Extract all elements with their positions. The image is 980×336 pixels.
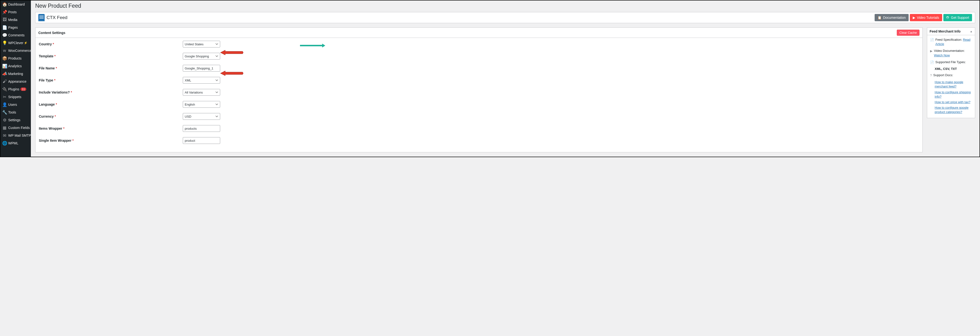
single-item-wrapper-label: Single Item Wrapper *	[39, 139, 183, 143]
include-variations-select[interactable]: All Variations	[183, 89, 220, 96]
doc-icon: 📄	[930, 38, 934, 42]
doc-icon: 📋	[878, 16, 881, 19]
sidebar-item-wpml[interactable]: 🌐WPML	[0, 139, 31, 147]
side-panel-title: Feed Merchant Info	[930, 29, 961, 33]
support-link[interactable]: How to configure shipping info?	[935, 90, 972, 99]
template-select[interactable]: Google Shopping	[183, 53, 220, 60]
sidebar-item-comments[interactable]: 💬Comments	[0, 31, 31, 39]
language-select[interactable]: English	[183, 101, 220, 108]
sidebar-item-media[interactable]: 🖼Media	[0, 16, 31, 24]
globe-icon: 🌐	[2, 141, 7, 145]
panel-title: Content Settings	[38, 31, 65, 35]
ctx-feed-logo-icon	[38, 14, 45, 21]
sidebar-label: Users	[8, 103, 17, 106]
plugins-update-badge: 11	[21, 87, 26, 91]
sidebar-item-posts[interactable]: 📌Posts	[0, 8, 31, 16]
woo-icon: w	[2, 48, 7, 53]
bulb-icon: 💡	[2, 41, 7, 45]
file-type-label: File Type *	[39, 78, 183, 82]
sidebar-label: Dashboard	[8, 2, 25, 6]
sidebar-item-wpclever[interactable]: 💡WPClever⚡	[0, 39, 31, 47]
sidebar-item-users[interactable]: 👤Users	[0, 101, 31, 108]
sidebar-label: Plugins	[8, 87, 19, 91]
media-icon: 🖼	[2, 17, 7, 22]
file-types-label: Supported File Types:	[935, 60, 966, 64]
items-wrapper-label: Items Wrapper *	[39, 127, 183, 130]
single-item-wrapper-input[interactable]	[183, 137, 220, 144]
sidebar-label: Appearance	[8, 79, 27, 83]
file-type-select[interactable]: XML	[183, 77, 220, 84]
btn-label: Documentation	[883, 16, 906, 19]
sidebar-item-dashboard[interactable]: 🏠Dashboard	[0, 0, 31, 8]
sidebar-item-marketing[interactable]: 📣Marketing	[0, 70, 31, 78]
content-settings-panel: Content Settings Clear Cache Country * U…	[35, 27, 923, 152]
file-name-input[interactable]	[183, 65, 220, 71]
support-link[interactable]: How to make google merchant feed?	[935, 80, 972, 89]
admin-sidebar: 🏠Dashboard 📌Posts 🖼Media 📄Pages 💬Comment…	[0, 0, 31, 157]
comment-icon: 💬	[2, 33, 7, 37]
sidebar-item-custom-fields[interactable]: ▦Custom Fields	[0, 124, 31, 132]
sidebar-label: Marketing	[8, 72, 23, 76]
sidebar-item-tools[interactable]: 🔧Tools	[0, 108, 31, 116]
feed-spec-label: Feed Specification:	[935, 38, 962, 41]
sidebar-label: Settings	[8, 118, 21, 122]
currency-label: Currency *	[39, 114, 183, 118]
get-support-button[interactable]: ⛑Get Support	[943, 14, 972, 21]
grid-icon: ▦	[2, 125, 7, 130]
country-label: Country *	[39, 42, 183, 46]
sidebar-label: WooCommerce	[8, 49, 32, 52]
app-top-bar: CTX Feed 📋Documentation ▶Video Tutorials…	[35, 12, 975, 23]
products-icon: 📦	[2, 56, 7, 60]
help-icon: ?	[930, 73, 932, 78]
sidebar-item-pages[interactable]: 📄Pages	[0, 24, 31, 31]
user-icon: 👤	[2, 103, 7, 107]
sidebar-item-appearance[interactable]: 🖌Appearance	[0, 78, 31, 85]
pin-icon: 📌	[2, 10, 7, 14]
scissors-icon: ✂	[2, 95, 7, 99]
sidebar-item-settings[interactable]: ⚙Settings	[0, 116, 31, 124]
btn-label: Get Support	[951, 16, 969, 19]
analytics-icon: 📊	[2, 64, 7, 68]
sidebar-label: WPML	[8, 141, 18, 145]
support-link[interactable]: How to set price with tax?	[935, 100, 972, 105]
btn-label: Video Tutorials	[917, 16, 939, 19]
support-link[interactable]: How to configure google product categori…	[935, 106, 972, 114]
sidebar-label: Posts	[8, 10, 17, 14]
sidebar-label: WPClever	[8, 41, 23, 45]
mail-icon: ✉	[2, 133, 7, 138]
sidebar-item-wp-mail-smtp[interactable]: ✉WP Mail SMTP	[0, 132, 31, 139]
dashboard-icon: 🏠	[2, 2, 7, 6]
page-title: New Product Feed	[35, 0, 975, 12]
plug-icon: 🔌	[2, 87, 7, 91]
clear-cache-button[interactable]: Clear Cache	[897, 30, 920, 36]
app-name: CTX Feed	[46, 15, 67, 20]
sidebar-label: Snippets	[8, 95, 21, 99]
sidebar-item-analytics[interactable]: 📊Analytics	[0, 62, 31, 70]
collapse-icon[interactable]: ▲	[970, 30, 972, 33]
video-tutorials-button[interactable]: ▶Video Tutorials	[910, 14, 942, 21]
sidebar-label: Custom Fields	[8, 126, 30, 130]
support-docs-label: Support Docs:	[933, 73, 953, 78]
language-label: Language *	[39, 103, 183, 106]
sidebar-item-snippets[interactable]: ✂Snippets	[0, 93, 31, 101]
template-label: Template *	[39, 54, 183, 58]
currency-select[interactable]: USD	[183, 113, 220, 120]
brush-icon: 🖌	[2, 79, 7, 84]
file-name-label: File Name *	[39, 66, 183, 70]
sidebar-label: WP Mail SMTP	[8, 133, 31, 137]
file-types-value: XML, CSV, TXT	[930, 67, 972, 71]
sidebar-label: Pages	[8, 25, 18, 29]
play-icon: ▶	[930, 49, 932, 53]
sidebar-item-products[interactable]: 📦Products	[0, 54, 31, 62]
sliders-icon: ⚙	[2, 118, 7, 122]
sidebar-label: Comments	[8, 33, 25, 37]
sidebar-item-plugins[interactable]: 🔌Plugins11	[0, 85, 31, 93]
items-wrapper-input[interactable]	[183, 125, 220, 132]
include-variations-label: Include Variations? *	[39, 90, 183, 94]
documentation-button[interactable]: 📋Documentation	[875, 14, 908, 21]
video-doc-link[interactable]: Watch Now	[934, 54, 950, 57]
sidebar-item-woocommerce[interactable]: wWooCommerce	[0, 47, 31, 54]
sidebar-label: Analytics	[8, 64, 22, 68]
country-select[interactable]: United States	[183, 41, 220, 48]
megaphone-icon: 📣	[2, 71, 7, 76]
